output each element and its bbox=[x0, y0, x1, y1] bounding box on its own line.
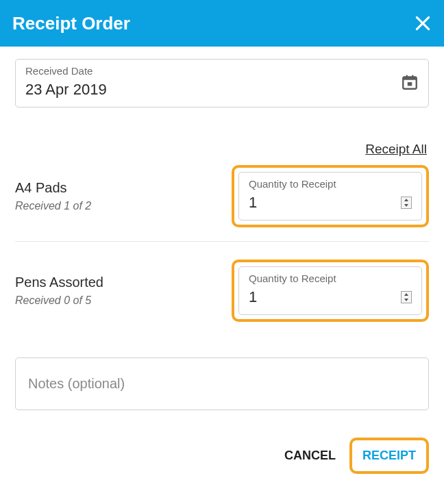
receipt-button[interactable]: RECEIPT bbox=[356, 443, 423, 468]
item-received-status: Received 0 of 5 bbox=[15, 294, 103, 307]
svg-marker-10 bbox=[404, 299, 408, 301]
stepper-up-icon[interactable] bbox=[402, 197, 411, 203]
item-received-status: Received 1 of 2 bbox=[15, 200, 91, 212]
calendar-icon[interactable] bbox=[401, 73, 419, 91]
cancel-button[interactable]: CANCEL bbox=[284, 449, 336, 463]
close-icon[interactable] bbox=[414, 14, 432, 32]
receipt-button-highlight: RECEIPT bbox=[349, 438, 429, 474]
svg-rect-5 bbox=[412, 75, 413, 77]
received-date-field[interactable]: Received Date 23 Apr 2019 bbox=[15, 59, 429, 108]
dialog-title: Receipt Order bbox=[12, 13, 130, 34]
quantity-value: 1 bbox=[249, 194, 257, 212]
quantity-label: Quantity to Receipt bbox=[249, 273, 412, 284]
svg-rect-6 bbox=[408, 82, 412, 86]
quantity-stepper[interactable] bbox=[401, 197, 412, 209]
svg-rect-4 bbox=[406, 75, 408, 77]
stepper-down-icon[interactable] bbox=[402, 203, 411, 208]
stepper-up-icon[interactable] bbox=[402, 292, 411, 297]
dialog-footer: CANCEL RECEIPT bbox=[15, 438, 429, 474]
item-name: A4 Pads bbox=[15, 180, 91, 196]
received-date-label: Received Date bbox=[25, 65, 107, 77]
quantity-stepper[interactable] bbox=[401, 291, 412, 303]
quantity-label: Quantity to Receipt bbox=[249, 178, 412, 190]
svg-marker-9 bbox=[404, 293, 408, 296]
qty-highlight: Quantity to Receipt 1 bbox=[232, 165, 429, 227]
received-date-value: 23 Apr 2019 bbox=[25, 81, 107, 98]
item-name: Pens Assorted bbox=[15, 275, 103, 290]
svg-marker-8 bbox=[404, 204, 408, 207]
qty-highlight: Quantity to Receipt 1 bbox=[232, 260, 429, 322]
svg-marker-7 bbox=[404, 199, 408, 201]
receipt-all-link[interactable]: Receipt All bbox=[365, 142, 427, 157]
quantity-value: 1 bbox=[249, 288, 257, 306]
notes-placeholder: Notes (optional) bbox=[28, 376, 125, 391]
svg-rect-3 bbox=[403, 77, 417, 79]
quantity-field[interactable]: Quantity to Receipt 1 bbox=[238, 266, 422, 315]
dialog-header: Receipt Order bbox=[0, 0, 444, 47]
quantity-field[interactable]: Quantity to Receipt 1 bbox=[238, 172, 422, 220]
stepper-down-icon[interactable] bbox=[402, 297, 411, 303]
dialog-body: Received Date 23 Apr 2019 Receipt All A4… bbox=[0, 47, 444, 474]
line-item: A4 Pads Received 1 of 2 Quantity to Rece… bbox=[15, 157, 429, 236]
line-item: Pens Assorted Received 0 of 5 Quantity t… bbox=[15, 241, 429, 330]
notes-field[interactable]: Notes (optional) bbox=[15, 357, 429, 410]
